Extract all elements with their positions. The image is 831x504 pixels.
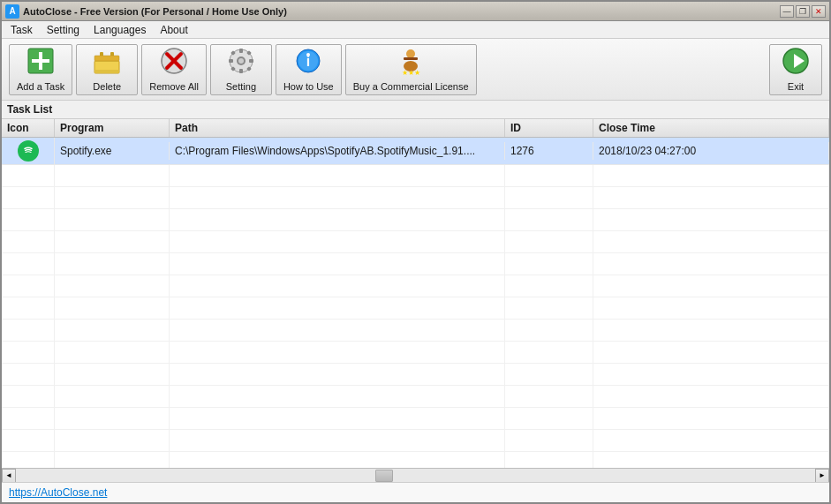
empty-cell <box>505 231 593 252</box>
empty-cell <box>170 297 505 319</box>
empty-cell <box>170 187 505 208</box>
svg-point-28 <box>306 53 310 56</box>
row-close-time: 2018/10/23 04:27:00 <box>593 142 829 160</box>
setting-label: Setting <box>226 81 256 92</box>
commercial-icon: ★★★ <box>397 47 425 78</box>
menu-about[interactable]: About <box>153 22 194 38</box>
minimize-button[interactable]: — <box>780 5 794 18</box>
empty-cell <box>505 187 593 208</box>
empty-rows <box>2 165 829 468</box>
menu-setting[interactable]: Setting <box>40 22 87 38</box>
footer-link[interactable]: https://AutoClose.net <box>9 486 107 499</box>
empty-cell <box>55 364 170 385</box>
empty-cell <box>505 430 593 451</box>
delete-label: Delete <box>93 81 121 92</box>
title-controls: — ❐ ✕ <box>780 5 826 18</box>
empty-cell <box>2 430 55 451</box>
add-task-label: Add a Task <box>17 81 64 92</box>
setting-icon <box>227 47 255 78</box>
empty-cell <box>505 297 593 319</box>
empty-cell <box>593 275 829 297</box>
empty-cell <box>505 342 593 363</box>
menu-languages[interactable]: Languages <box>87 22 153 38</box>
empty-row <box>2 275 829 297</box>
empty-row <box>2 231 829 253</box>
scroll-left-button[interactable]: ◄ <box>2 469 16 483</box>
svg-point-16 <box>238 58 244 64</box>
commercial-license-button[interactable]: ★★★ Buy a Commercial License <box>345 44 477 95</box>
empty-cell <box>170 408 505 429</box>
empty-row <box>2 386 829 408</box>
empty-cell <box>170 275 505 297</box>
empty-cell <box>55 165 170 186</box>
empty-cell <box>2 231 55 252</box>
empty-cell <box>2 187 55 208</box>
empty-cell <box>2 342 55 363</box>
svg-rect-9 <box>94 56 119 61</box>
close-button[interactable]: ✕ <box>812 5 826 18</box>
empty-cell <box>55 342 170 363</box>
remove-all-label: Remove All <box>149 81 199 92</box>
empty-row <box>2 209 829 231</box>
empty-cell <box>170 165 505 186</box>
exit-icon <box>782 47 810 78</box>
remove-all-button[interactable]: Remove All <box>141 44 207 95</box>
empty-cell <box>505 386 593 407</box>
empty-cell <box>505 452 593 468</box>
table-row[interactable]: Spotify.exe C:\Program Files\WindowsApps… <box>2 138 829 165</box>
footer: https://AutoClose.net <box>2 482 829 502</box>
scroll-right-button[interactable]: ► <box>815 469 829 483</box>
empty-cell <box>170 386 505 407</box>
task-table: Icon Program Path ID Close Time <box>2 119 829 468</box>
task-section: Task List Icon Program Path ID Close Tim… <box>2 101 829 482</box>
title-bar: A AutoClose - Free Version (For Personal… <box>2 2 829 21</box>
empty-cell <box>2 297 55 319</box>
empty-row <box>2 452 829 468</box>
empty-cell <box>55 209 170 230</box>
setting-button[interactable]: Setting <box>210 44 272 95</box>
empty-cell <box>505 165 593 186</box>
window-title: AutoClose - Free Version (For Personal /… <box>23 6 287 17</box>
col-id: ID <box>505 119 593 137</box>
empty-cell <box>55 187 170 208</box>
svg-rect-19 <box>229 59 233 63</box>
add-task-button[interactable]: Add a Task <box>9 44 72 95</box>
scrollbar-track[interactable] <box>16 469 815 483</box>
exit-button[interactable]: Exit <box>769 44 822 95</box>
empty-cell <box>2 275 55 297</box>
how-to-use-button[interactable]: i How to Use <box>276 44 342 95</box>
empty-cell <box>55 430 170 451</box>
empty-row <box>2 364 829 386</box>
commercial-label: Buy a Commercial License <box>353 81 469 92</box>
empty-cell <box>2 364 55 385</box>
empty-cell <box>505 320 593 341</box>
col-path: Path <box>170 119 505 137</box>
empty-cell <box>593 209 829 230</box>
empty-cell <box>55 386 170 407</box>
empty-cell <box>170 430 505 451</box>
how-to-use-label: How to Use <box>283 81 334 92</box>
svg-rect-20 <box>249 59 253 63</box>
row-path: C:\Program Files\WindowsApps\SpotifyAB.S… <box>170 142 505 160</box>
empty-row <box>2 408 829 430</box>
svg-rect-31 <box>404 57 418 60</box>
empty-row <box>2 253 829 275</box>
empty-cell <box>593 320 829 341</box>
col-program: Program <box>55 119 170 137</box>
restore-button[interactable]: ❐ <box>796 5 810 18</box>
empty-cell <box>505 364 593 385</box>
empty-cell <box>55 452 170 468</box>
empty-cell <box>170 209 505 230</box>
empty-cell <box>505 275 593 297</box>
horizontal-scrollbar[interactable]: ◄ ► <box>2 468 829 482</box>
empty-cell <box>593 430 829 451</box>
empty-cell <box>2 320 55 341</box>
row-icon-cell <box>2 138 55 164</box>
empty-cell <box>505 253 593 275</box>
delete-button[interactable]: Delete <box>76 44 138 95</box>
menu-task[interactable]: Task <box>4 22 40 38</box>
empty-cell <box>170 342 505 363</box>
remove-all-icon <box>160 47 188 78</box>
scrollbar-thumb[interactable] <box>375 470 393 482</box>
exit-label: Exit <box>788 81 804 92</box>
